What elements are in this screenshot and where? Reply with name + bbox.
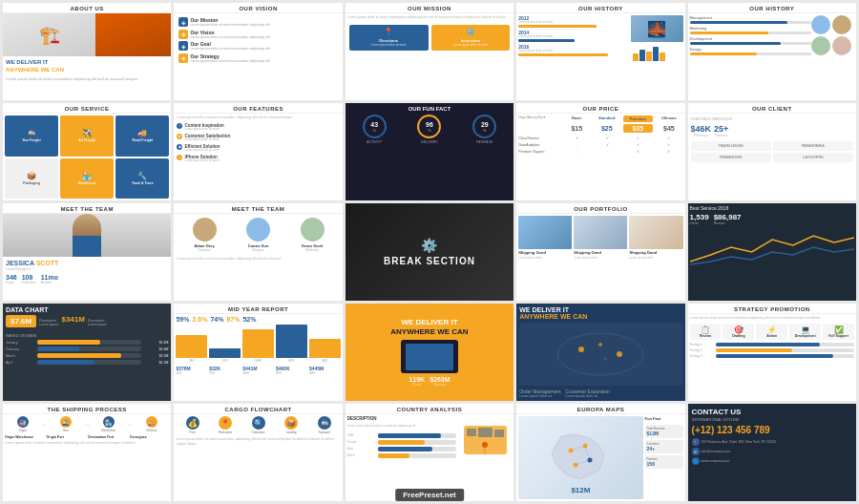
portfolio-desc-2: Lorem ipsum dolor bbox=[574, 256, 627, 260]
watermark: FreePreset.net bbox=[395, 489, 464, 501]
strategy-item-label-1: Review bbox=[692, 334, 720, 338]
history1-photo: 🌉 bbox=[631, 15, 683, 42]
midyear-stat-4: $460K APR bbox=[276, 366, 307, 375]
chart-bar-3 bbox=[646, 52, 652, 61]
midyear-pct-2: 2.6% bbox=[192, 316, 207, 323]
ship-label-1: Origin Warehouse bbox=[5, 435, 45, 439]
client-featured-label: FEATURED PARTNERS bbox=[691, 116, 853, 121]
funfact-num-2: 96 bbox=[426, 121, 433, 128]
slide-title: MEET THE TEAM bbox=[174, 203, 342, 214]
europa-details: Fun Fact Total Revenue $12M Countries 24… bbox=[645, 416, 683, 499]
midyear-stat-5: $445M MAY bbox=[309, 366, 341, 375]
feature-text-3: Efficient Solution Lorem ipsum dolor sit… bbox=[184, 144, 339, 153]
features-desc: Lorem ipsum dolor sit amet consectetur a… bbox=[177, 116, 339, 120]
slide-our-features: OUR FEATURES Lorem ipsum dolor sit amet … bbox=[174, 103, 342, 200]
slide-title: COUNTRY ANALYSIS bbox=[346, 404, 513, 414]
client-logo-1: TRAVELHOUSE bbox=[691, 141, 771, 151]
slide-data-chart: DATA CHART $7.6M Description Lorem ipsum… bbox=[3, 304, 171, 401]
slide-title: EUROPA MAPS bbox=[516, 404, 684, 414]
deliver2-map bbox=[519, 323, 681, 386]
price-row-3: Premium Support — — ✓ ✓ bbox=[518, 149, 682, 154]
svg-rect-7 bbox=[478, 428, 492, 437]
mission-box-1: 📍 Directions Lorem ipsum dolor sit amet bbox=[349, 25, 429, 51]
shipping-icon-1: 🏭 bbox=[17, 416, 29, 428]
forklift-icon: 🏗️ bbox=[39, 25, 60, 46]
slide-title: OUR PRICE bbox=[516, 103, 684, 114]
europa-item-1: Total Revenue $12M bbox=[645, 425, 683, 438]
about-body-text: Lorem ipsum dolor sit amet consectetur a… bbox=[6, 76, 168, 82]
deliver2-highlight: ANYWHERE WE CAN bbox=[519, 313, 587, 320]
cargo-icon-3: 🔍 Clearance bbox=[252, 416, 265, 434]
slide-our-fun-fact: OUR FUN FACT 43 % ACTIVITY 96 % DELIVERY bbox=[346, 103, 513, 200]
team1-stat-1: 346 Posts bbox=[6, 274, 17, 284]
about-tagline: WE DELIVER ITANYWHERE WE CAN bbox=[6, 59, 168, 74]
progress-label-2: Marketing bbox=[690, 26, 811, 31]
slide-title: OUR FEATURES bbox=[174, 103, 342, 114]
svg-point-1 bbox=[578, 346, 584, 352]
client-logo-3: FRAMEWORK bbox=[691, 153, 771, 162]
tier-premium: Premium bbox=[623, 116, 654, 122]
vision-items: ◈ Our Mission Lorem ipsum dolor sit amet… bbox=[177, 15, 339, 65]
service-box-3: 🚚 Road Freight bbox=[115, 116, 169, 157]
funfact-content: OUR FUN FACT 43 % ACTIVITY 96 % DELIVERY bbox=[346, 103, 513, 200]
mission-box-body-1: Lorem ipsum dolor sit amet bbox=[371, 44, 406, 48]
funfact-num-1: 43 bbox=[370, 121, 378, 128]
team1-hero bbox=[3, 214, 171, 257]
funfact-item-3: 29 % REVENUE bbox=[458, 115, 511, 144]
service-box-1: 🚢 Sea Freight bbox=[5, 116, 58, 157]
cargo-icons: 💰 Price 📍 Relocation 🔍 Clearance 📦 Loadi… bbox=[176, 416, 340, 434]
europa-map: $12M bbox=[518, 416, 642, 499]
cargo-content: 💰 Price 📍 Relocation 🔍 Clearance 📦 Loadi… bbox=[174, 414, 342, 449]
service-grid: 🚢 Sea Freight ✈️ Air Freight 🚚 Road Frei… bbox=[3, 114, 171, 200]
country-content: DESCRIPTION Lorem ipsum dolor sit amet c… bbox=[346, 414, 513, 474]
midyear-pct-1: 59% bbox=[176, 316, 189, 323]
funfact-item-2: 96 % DELIVERY bbox=[404, 115, 456, 144]
portfolio-desc-3: Lorem ipsum dolor bbox=[629, 256, 682, 260]
price-amounts: $15 $25 $35 $45 bbox=[518, 124, 682, 133]
client-stat-num-1: $46K bbox=[691, 124, 712, 134]
svg-point-2 bbox=[598, 343, 602, 346]
strategy-bar-1: Strategy 1 bbox=[690, 343, 854, 346]
slide-country-analysis: COUNTRY ANALYSIS DESCRIPTION Lorem ipsum… bbox=[346, 404, 513, 501]
strategy-desc: Lorem ipsum dolor sit amet consectetur a… bbox=[690, 316, 854, 321]
cargo-icon-4: 📦 Loading bbox=[284, 416, 298, 434]
client-logo-2: PARANOMIKA bbox=[773, 141, 853, 151]
price-header: Days Money Back Basic Standard Premium U… bbox=[518, 116, 682, 122]
feature-text-1: Content Inspiration Lorem ipsum dolor si… bbox=[184, 123, 339, 132]
contact-email-row: ✉ info@company.com bbox=[692, 448, 852, 455]
chart-stats: 1,539 Clients $86,987 Revenue bbox=[690, 213, 854, 225]
portfolio-label-3: Shipping Good bbox=[629, 250, 682, 255]
shipping-content: 🏭 Origin → 🚢 Sea → 🏪 Distribution → 🚚 De… bbox=[3, 414, 171, 448]
history1-year-2: 2014 Lorem ipsum dolor sit amet bbox=[518, 30, 630, 42]
datachart-bar-row-3: March $3.2M bbox=[6, 353, 168, 358]
funfact-circle-2: 96 % bbox=[417, 115, 441, 138]
price-val-1: $15 bbox=[562, 125, 591, 132]
vision-text-3: Our Goal Lorem ipsum dolor sit amet cons… bbox=[190, 41, 337, 52]
strategy-content: Lorem ipsum dolor sit amet consectetur a… bbox=[688, 314, 856, 360]
vision-text-4: Our Strategy Lorem ipsum dolor sit amet … bbox=[190, 53, 337, 64]
service-box-4: 📦 Packaging bbox=[5, 158, 58, 200]
shipping-step-2: 🚢 Sea bbox=[48, 416, 83, 432]
world-map-svg bbox=[553, 330, 648, 378]
vision-icon-2: ◈ bbox=[178, 30, 188, 39]
slide-our-portfolio: OUR PORTFOLIO Shipping Good Lorem ipsum … bbox=[516, 203, 684, 301]
funfact-num-3: 29 bbox=[481, 121, 489, 128]
feature-text-2: Customer Satisfaction Lorem ipsum dolor … bbox=[184, 134, 339, 142]
bar-group-2: FEB bbox=[209, 348, 241, 363]
team1-info: JESSICA SCOTT Lead Designer 346 Posts 10… bbox=[3, 257, 171, 287]
portfolio-img-2 bbox=[574, 216, 627, 249]
strategy-item-2: 🎯 Drafting bbox=[723, 324, 754, 340]
contact-content: CONTACT US INTERNATIONAL HOTLINE (+12) 1… bbox=[688, 404, 856, 501]
history2-progress: Management Marketing Development Design bbox=[690, 15, 811, 98]
chart-bar-4 bbox=[653, 47, 659, 61]
price-val-2: $25 bbox=[593, 125, 621, 132]
slide-title: OUR SERVICE bbox=[3, 103, 171, 114]
client-stat-2: 25+ Partners bbox=[714, 124, 728, 137]
vision-text-2: Our Vision Lorem ipsum dolor sit amet co… bbox=[190, 30, 337, 40]
contact-address: 123 Business Ave, Suite 100, New York, N… bbox=[702, 440, 777, 444]
vision-body-1: Lorem ipsum dolor sit amet consectetur a… bbox=[190, 23, 337, 28]
usa-map-svg bbox=[459, 416, 512, 469]
mission-desc: Lorem ipsum dolor sit amet consectetur a… bbox=[347, 15, 512, 20]
tier-standard: Standard bbox=[593, 116, 621, 122]
slide-title: CARGO FLOWCHART bbox=[174, 404, 342, 414]
